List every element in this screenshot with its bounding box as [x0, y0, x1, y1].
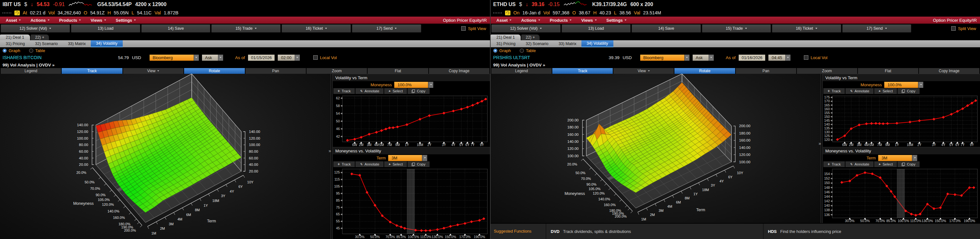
side-dropdown[interactable]: Ask — [202, 55, 223, 61]
select-tool[interactable]: Select — [384, 161, 407, 167]
select-tool[interactable]: Select — [874, 88, 897, 94]
tab-scenario[interactable]: 32) Scenario — [521, 40, 554, 47]
solver-button[interactable]: 12) Solver (Vol) — [491, 24, 561, 33]
split-view-toggle[interactable]: Split View — [422, 24, 489, 33]
tab-add-deal[interactable]: 22) + — [31, 35, 49, 40]
vol-surface-3d[interactable]: 140.00120.00100.0080.0060.0040.0020.0014… — [0, 74, 331, 239]
ticket-button[interactable]: 16) Ticket — [772, 24, 841, 33]
vol-term-chart[interactable]: 1201251301351401451501551601651701756W2M… — [823, 94, 980, 147]
asof-date-field[interactable]: 01/15/2026 — [248, 55, 275, 61]
suggested-function-dvd[interactable]: DVDTrack dividends, splits & distributio… — [546, 224, 763, 239]
tab-deal-1[interactable]: 21) Deal 1 — [0, 35, 30, 40]
copy-tool[interactable]: Copy — [407, 161, 430, 167]
asof-time-field[interactable]: 02:00 — [278, 55, 300, 61]
graph-radio[interactable]: Graph — [493, 48, 511, 53]
menu-views[interactable]: Views — [88, 18, 113, 23]
panel-divider[interactable] — [821, 74, 823, 223]
copy-tool[interactable]: Copy — [407, 88, 430, 94]
select-tool[interactable]: Select — [384, 88, 407, 94]
copy-tool[interactable]: Copy — [897, 161, 920, 167]
term-dropdown[interactable]: 3M — [878, 155, 917, 161]
copy-tool[interactable]: Copy — [897, 88, 920, 94]
zoom-button[interactable]: Zoom — [797, 68, 857, 74]
legend-button[interactable]: Legend — [1, 68, 61, 74]
asof-time-field[interactable]: 04:45 — [768, 55, 791, 61]
menu-views[interactable]: Views — [579, 18, 604, 23]
table-radio[interactable]: Table — [520, 48, 536, 53]
zoom-button[interactable]: Zoom — [307, 68, 367, 74]
suggested-function-hds[interactable]: HDSFind the holders influencing price — [763, 224, 980, 239]
moneyness-dropdown[interactable]: 100.0% — [885, 82, 923, 88]
track-tool[interactable]: Track — [823, 88, 845, 94]
menu-asset[interactable]: Asset — [3, 18, 28, 23]
save-button[interactable]: 14) Save — [141, 24, 211, 33]
send-button[interactable]: 17) Send — [352, 24, 421, 33]
menu-products[interactable]: Products — [57, 18, 88, 23]
tab-matrix[interactable]: 33) Matrix — [554, 40, 582, 47]
source-dropdown[interactable]: Bloomberg — [640, 55, 689, 61]
table-radio[interactable]: Table — [29, 48, 45, 53]
save-button[interactable]: 14) Save — [632, 24, 701, 33]
load-button[interactable]: 13) Load — [71, 24, 140, 33]
vol-term-chart[interactable]: 4246505458626W2M3M4M5M7M9M1Y18M2Y3Y4Y5Y6… — [333, 94, 490, 147]
copy-image-button[interactable]: Copy Image — [429, 68, 489, 74]
track-button[interactable]: Track — [552, 68, 613, 74]
menu-settings[interactable]: Settings — [604, 18, 633, 23]
security-name: ISHARES BITCOIN — [3, 55, 108, 60]
load-button[interactable]: 13) Load — [562, 24, 631, 33]
moneyness-dropdown[interactable]: 100.0% — [395, 82, 433, 88]
annotate-tool[interactable]: Annotate — [845, 161, 873, 167]
vol-surface-3d[interactable]: 200.00180.00160.00140.00120.00100.00200.… — [491, 74, 821, 223]
trade-button[interactable]: 15) Trade — [702, 24, 771, 33]
pan-button[interactable]: Pan — [245, 68, 306, 74]
tab-pricing[interactable]: 31) Pricing — [1, 40, 30, 47]
annotate-tool[interactable]: Annotate — [355, 161, 383, 167]
side-dropdown[interactable]: Ask — [693, 55, 714, 61]
tab-deal-1[interactable]: 21) Deal 1 — [491, 35, 521, 40]
legend-button[interactable]: Legend — [491, 68, 552, 74]
local-vol-toggle[interactable]: Local Vol — [804, 55, 827, 60]
smile-chart[interactable]: 13613814014214414614815015215430.0%50.0%… — [823, 167, 980, 223]
track-button[interactable]: Track — [62, 68, 122, 74]
menu-settings[interactable]: Settings — [113, 18, 143, 23]
trade-button[interactable]: 15) Trade — [211, 24, 281, 33]
menu-asset[interactable]: Asset — [494, 18, 519, 23]
vol-analysis-link[interactable]: 99) Vol Analysis | OVDV » — [493, 63, 545, 67]
graph-radio[interactable]: Graph — [3, 48, 20, 53]
tab-pricing[interactable]: 31) Pricing — [491, 40, 521, 47]
local-vol-toggle[interactable]: Local Vol — [313, 55, 337, 60]
rotate-button[interactable]: Rotate — [675, 68, 735, 74]
pan-button[interactable]: Pan — [736, 68, 796, 74]
copy-image-button[interactable]: Copy Image — [919, 68, 979, 74]
ticket-button[interactable]: 16) Ticket — [282, 24, 351, 33]
tab-add-deal[interactable]: 22) + — [521, 35, 539, 40]
tab-volatility[interactable]: 34) Volatility — [91, 40, 123, 47]
track-tool[interactable]: Track — [823, 161, 845, 167]
flat-button[interactable]: Flat — [858, 68, 918, 74]
tab-volatility[interactable]: 34) Volatility — [581, 40, 613, 47]
asof-date-field[interactable]: 01/16/2026 — [739, 55, 765, 61]
select-tool[interactable]: Select — [874, 161, 897, 167]
view-button[interactable]: View — [123, 68, 183, 74]
expand-icon[interactable] — [329, 148, 331, 153]
menu-products[interactable]: Products — [547, 18, 579, 23]
smile-chart[interactable]: 45556575859510511512530.0%50.0%70.0%85.0… — [333, 167, 490, 239]
menu-actions[interactable]: Actions — [519, 18, 547, 23]
solver-button[interactable]: 12) Solver (Vol) — [1, 24, 70, 33]
expand-icon[interactable] — [819, 141, 821, 146]
split-view-toggle[interactable]: Split View — [912, 24, 979, 33]
tab-scenario[interactable]: 32) Scenario — [30, 40, 63, 47]
track-tool[interactable]: Track — [333, 88, 355, 94]
track-tool[interactable]: Track — [333, 161, 355, 167]
rotate-button[interactable]: Rotate — [184, 68, 245, 74]
source-dropdown[interactable]: Bloomberg — [150, 55, 199, 61]
term-dropdown[interactable]: 3M — [388, 155, 427, 161]
annotate-tool[interactable]: Annotate — [355, 88, 383, 94]
flat-button[interactable]: Flat — [368, 68, 428, 74]
tab-matrix[interactable]: 33) Matrix — [63, 40, 91, 47]
view-button[interactable]: View — [613, 68, 674, 74]
vol-analysis-link[interactable]: 99) Vol Analysis | OVDV » — [3, 63, 55, 67]
annotate-tool[interactable]: Annotate — [845, 88, 873, 94]
menu-actions[interactable]: Actions — [28, 18, 57, 23]
send-button[interactable]: 17) Send — [842, 24, 912, 33]
